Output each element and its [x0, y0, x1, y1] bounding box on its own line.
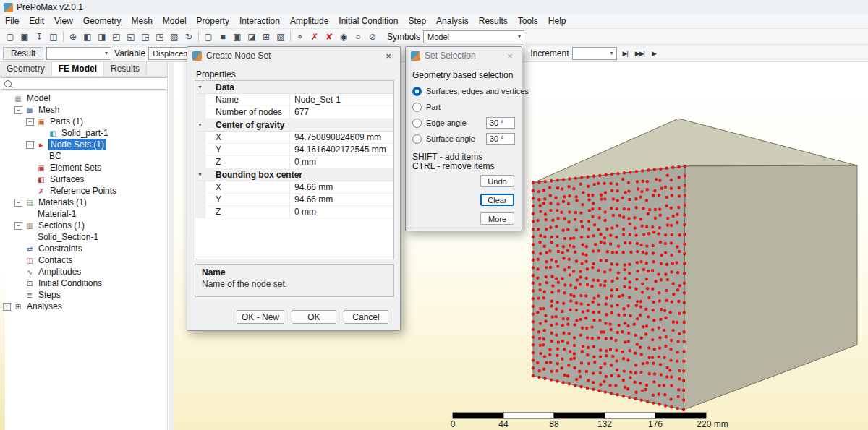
radio-option-surfaces-edges-and-vertices[interactable]: Surfaces, edges and vertices: [406, 83, 522, 99]
solid-with-edges-view-icon[interactable]: ▣: [230, 30, 244, 44]
edge-angle-input[interactable]: 30 °: [486, 117, 515, 129]
new-model-icon[interactable]: ▢: [3, 30, 17, 44]
last-increment-button[interactable]: ▶▶|: [632, 47, 647, 60]
wireframe-view-icon[interactable]: ▢: [201, 30, 216, 44]
tree-item-mesh[interactable]: −▦Mesh: [0, 104, 167, 116]
remove-selection-icon[interactable]: ✗: [307, 30, 322, 44]
property-value[interactable]: 94.66 mm: [289, 194, 393, 205]
open-file-icon[interactable]: ▣: [17, 30, 32, 44]
menu-item-help[interactable]: Help: [543, 14, 571, 28]
cancel-button[interactable]: Cancel: [344, 310, 388, 324]
menu-item-initial-condition[interactable]: Initial Condition: [333, 14, 403, 28]
radio-icon[interactable]: [412, 134, 422, 144]
tree-item-materials-1[interactable]: −▤Materials (1): [0, 197, 167, 208]
import-file-icon[interactable]: ↧: [32, 30, 46, 44]
menu-item-model[interactable]: Model: [158, 14, 192, 28]
tree-item-steps[interactable]: ≣Steps: [0, 289, 167, 301]
zoom-to-fit-icon[interactable]: ⊕: [66, 30, 80, 44]
menu-item-tools[interactable]: Tools: [513, 14, 543, 28]
property-value[interactable]: 94.1616402172545 mm: [289, 144, 393, 155]
tree-item-solid-section-1[interactable]: Solid_Section-1: [0, 231, 167, 243]
tree-expander-icon[interactable]: −: [26, 141, 34, 149]
tree-item-model[interactable]: ▦Model: [0, 93, 167, 104]
tree-expander-icon[interactable]: −: [14, 106, 22, 114]
menu-item-edit[interactable]: Edit: [24, 14, 49, 28]
radio-icon[interactable]: [412, 87, 422, 96]
property-category-center-of-gravity[interactable]: ▾Center of gravity: [195, 119, 393, 132]
menu-item-analysis[interactable]: Analysis: [431, 14, 474, 28]
clear-button[interactable]: Clear: [480, 194, 514, 206]
tree-item-element-sets[interactable]: ▣Element Sets: [0, 162, 167, 173]
property-value[interactable]: 0 mm: [289, 156, 393, 168]
solid-view-icon[interactable]: ■: [216, 30, 230, 44]
tree-expander-icon[interactable]: −: [26, 118, 34, 126]
undo-button[interactable]: Undo: [480, 175, 514, 187]
tree-item-analyses[interactable]: +⊞Analyses: [0, 301, 167, 312]
symbols-combobox[interactable]: Model ▾: [423, 30, 524, 43]
view-back-icon[interactable]: ◨: [95, 30, 109, 44]
tree-search-input[interactable]: [1, 77, 166, 90]
menu-item-view[interactable]: View: [49, 14, 78, 28]
property-value[interactable]: 677: [289, 106, 393, 118]
menu-item-interaction[interactable]: Interaction: [234, 14, 285, 28]
clear-all-selection-icon[interactable]: ✘: [322, 30, 336, 44]
view-left-icon[interactable]: ◲: [138, 30, 153, 44]
property-category-bounding-box-center[interactable]: ▾Bounding box center: [195, 168, 393, 181]
section-view-icon[interactable]: ◪: [244, 30, 259, 44]
radio-icon[interactable]: [412, 119, 422, 128]
tree-item-node-sets-1[interactable]: −►Node Sets (1): [0, 139, 167, 150]
menu-item-mesh[interactable]: Mesh: [127, 14, 158, 28]
highlight-icon[interactable]: ○: [351, 30, 365, 44]
tree-item-solid-part-1[interactable]: ◧Solid_part-1: [0, 127, 167, 139]
property-value[interactable]: 0 mm: [289, 206, 393, 218]
menu-item-results[interactable]: Results: [474, 14, 513, 28]
property-value[interactable]: 94.66 mm: [289, 181, 393, 193]
radio-option-surface-angle[interactable]: Surface angle30 °: [406, 131, 522, 147]
increment-combobox[interactable]: ▾: [572, 47, 617, 60]
property-value[interactable]: 94.750890824609 mm: [289, 132, 393, 143]
panel-splitter[interactable]: [169, 62, 174, 430]
tree-item-initial-conditions[interactable]: ⊡Initial Conditions: [0, 278, 167, 289]
tree-item-contacts[interactable]: ◫Contacts: [0, 254, 167, 266]
tree-item-reference-points[interactable]: ✗Reference Points: [0, 185, 167, 197]
property-category-data[interactable]: ▾Data: [195, 81, 393, 94]
menu-item-geometry[interactable]: Geometry: [78, 14, 127, 28]
property-value[interactable]: Node_Set-1: [289, 94, 393, 106]
dialog-titlebar[interactable]: Set Selection ×: [406, 47, 522, 64]
view-bottom-icon[interactable]: ◱: [124, 30, 138, 44]
tab-results[interactable]: Results: [104, 62, 147, 76]
rotate-view-icon[interactable]: ↻: [182, 30, 196, 44]
tree-item-sections-1[interactable]: −▥Sections (1): [0, 220, 167, 231]
surface-angle-input[interactable]: 30 °: [486, 133, 515, 145]
ok-button[interactable]: OK: [292, 310, 336, 324]
radio-icon[interactable]: [412, 103, 422, 112]
exploded-view-icon[interactable]: ⊞: [259, 30, 273, 44]
view-top-icon[interactable]: ◰: [109, 30, 124, 44]
tree-item-amplitudes[interactable]: ∿Amplitudes: [0, 266, 167, 278]
query-icon[interactable]: ⌖: [293, 30, 307, 44]
filter-icon[interactable]: ⊘: [365, 30, 380, 44]
first-increment-button[interactable]: ▶|: [620, 47, 631, 60]
tab-geometry[interactable]: Geometry: [0, 62, 52, 76]
menu-item-amplitude[interactable]: Amplitude: [285, 14, 333, 28]
menu-item-step[interactable]: Step: [403, 14, 431, 28]
result-combobox[interactable]: ▾: [46, 47, 111, 60]
save-file-icon[interactable]: ◫: [46, 30, 61, 44]
menu-item-file[interactable]: File: [0, 14, 24, 28]
tree-expander-icon[interactable]: −: [14, 199, 22, 207]
tree-item-material-1[interactable]: Material-1: [0, 208, 167, 220]
tree-item-constraints[interactable]: ⇄Constraints: [0, 243, 167, 254]
tree-expander-icon[interactable]: −: [14, 222, 22, 230]
result-chip[interactable]: Result: [3, 47, 43, 60]
transparent-view-icon[interactable]: ▨: [273, 30, 288, 44]
animate-button[interactable]: ▶: [649, 47, 659, 60]
view-isometric-icon[interactable]: ▧: [167, 30, 182, 44]
more-button[interactable]: More: [480, 212, 514, 225]
view-front-icon[interactable]: ◧: [80, 30, 95, 44]
menu-item-property[interactable]: Property: [192, 14, 234, 28]
close-icon[interactable]: ×: [383, 51, 394, 61]
radio-option-edge-angle[interactable]: Edge angle30 °: [406, 115, 522, 131]
radio-option-part[interactable]: Part: [406, 99, 522, 115]
show-hide-icon[interactable]: ◉: [336, 30, 351, 44]
ok-new-button[interactable]: OK - New: [237, 310, 284, 324]
